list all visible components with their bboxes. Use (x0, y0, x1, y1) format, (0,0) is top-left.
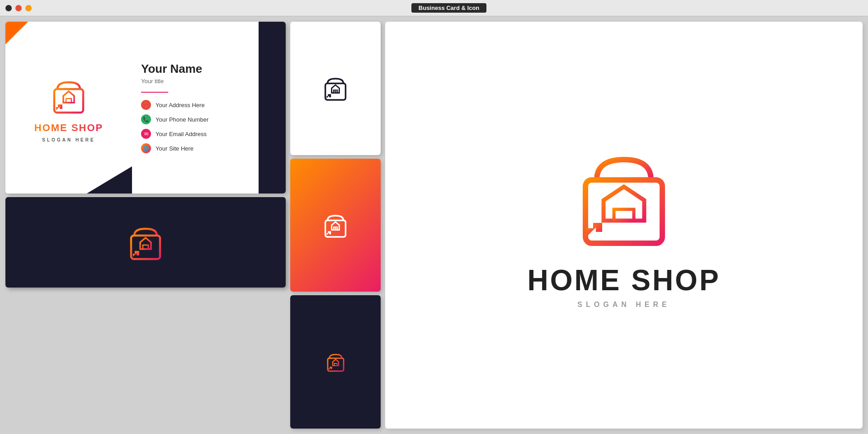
contact-email: ✉ Your Email Address (141, 129, 277, 139)
phone-icon: 📞 (141, 114, 151, 124)
main-logo-title-text: HOME SHOP (527, 264, 720, 297)
card-logo-area: HOME SHOP SLOGAN HERE (34, 73, 103, 142)
business-card-back (5, 197, 286, 288)
main-logo-title: HOME SHOP (527, 264, 720, 297)
icon-variant-dark (290, 295, 381, 429)
corner-decoration-top (5, 22, 28, 44)
app-window: Business Card & Icon (0, 0, 868, 434)
icon-gradient-svg (320, 209, 351, 241)
address-icon: 📍 (141, 100, 151, 110)
card-divider (141, 92, 168, 93)
card-logo-slogan: SLOGAN HERE (42, 137, 95, 142)
card-person-name: Your Name (141, 62, 277, 76)
maximize-button[interactable] (25, 5, 32, 11)
icon-white-svg (320, 72, 351, 104)
window-title: Business Card & Icon (411, 3, 486, 13)
site-icon: 🌐 (141, 143, 151, 153)
middle-panel (290, 22, 381, 429)
content-area: HOME SHOP SLOGAN HERE Your Name Your tit… (0, 16, 868, 434)
business-card-front: HOME SHOP SLOGAN HERE Your Name Your tit… (5, 22, 286, 193)
icon-variant-white (290, 22, 381, 155)
contact-phone: 📞 Your Phone Number (141, 114, 277, 124)
minimize-button[interactable] (15, 5, 22, 11)
back-card-logo (123, 220, 168, 265)
left-panel: HOME SHOP SLOGAN HERE Your Name Your tit… (5, 22, 286, 429)
card-logo-icon (46, 73, 91, 118)
contact-site: 🌐 Your Site Here (141, 143, 277, 153)
titlebar: Business Card & Icon (0, 0, 868, 16)
icon-variant-gradient (290, 159, 381, 292)
contact-address: 📍 Your Address Here (141, 100, 277, 110)
icon-dark-svg (323, 349, 348, 374)
card-person-title: Your title (141, 78, 277, 85)
main-display-panel: HOME SHOP SLOGAN HERE (385, 22, 863, 429)
email-text: Your Email Address (156, 131, 207, 137)
corner-decoration-bottom (87, 166, 132, 193)
main-logo-slogan: SLOGAN HERE (577, 301, 670, 309)
address-text: Your Address Here (156, 102, 205, 108)
card-right-side: Your Name Your title 📍 Your Address Here… (132, 22, 286, 193)
phone-text: Your Phone Number (156, 116, 208, 123)
card-left-side: HOME SHOP SLOGAN HERE (5, 22, 132, 193)
email-icon: ✉ (141, 129, 151, 139)
card-logo-title: HOME SHOP (34, 122, 103, 134)
main-logo-svg (561, 142, 687, 259)
site-text: Your Site Here (156, 145, 193, 152)
close-button[interactable] (5, 5, 12, 11)
